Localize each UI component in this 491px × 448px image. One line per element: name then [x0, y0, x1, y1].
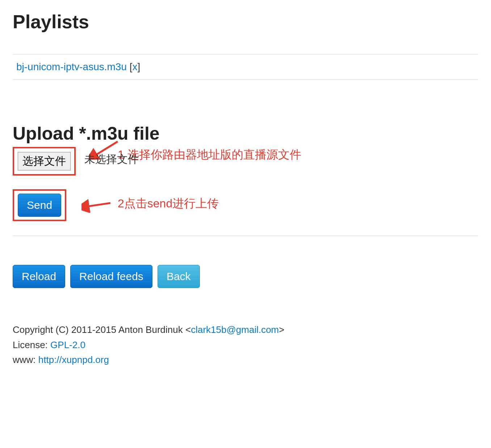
action-button-row: Reload Reload feeds Back — [13, 265, 478, 288]
annotation-highlight-box: Send — [13, 189, 66, 221]
file-selected-status: 未选择文件 — [84, 152, 139, 167]
delete-playlist-link[interactable]: x — [133, 61, 138, 72]
playlist-item: bj-unicom-iptv-asus.m3u [x] — [13, 55, 478, 79]
bracket-open: [ — [127, 61, 133, 72]
bracket-close: ] — [138, 61, 140, 72]
upload-heading: Upload *.m3u file — [13, 123, 478, 144]
copyright-text: Copyright (C) 2011-2015 Anton Burdinuk < — [13, 324, 191, 335]
choose-file-button[interactable]: 选择文件 — [18, 152, 71, 170]
footer: Copyright (C) 2011-2015 Anton Burdinuk <… — [13, 322, 478, 368]
back-button[interactable]: Back — [158, 265, 200, 288]
playlists-heading: Playlists — [13, 11, 478, 33]
svg-line-3 — [86, 203, 110, 207]
license-link[interactable]: GPL-2.0 — [50, 339, 85, 350]
send-button[interactable]: Send — [18, 194, 61, 217]
license-label: License: — [13, 339, 50, 350]
playlist-link[interactable]: bj-unicom-iptv-asus.m3u — [16, 61, 127, 72]
divider — [13, 236, 478, 236]
author-email-link[interactable]: clark15b@gmail.com — [191, 324, 279, 335]
reload-feeds-button[interactable]: Reload feeds — [70, 265, 152, 288]
annotation-step-2: 2点击send进行上传 — [118, 196, 219, 212]
reload-button[interactable]: Reload — [13, 265, 65, 288]
www-label: www: — [13, 354, 38, 365]
website-link[interactable]: http://xupnpd.org — [38, 354, 109, 365]
arrow-icon — [81, 196, 112, 213]
annotation-highlight-box: 选择文件 — [13, 147, 76, 176]
